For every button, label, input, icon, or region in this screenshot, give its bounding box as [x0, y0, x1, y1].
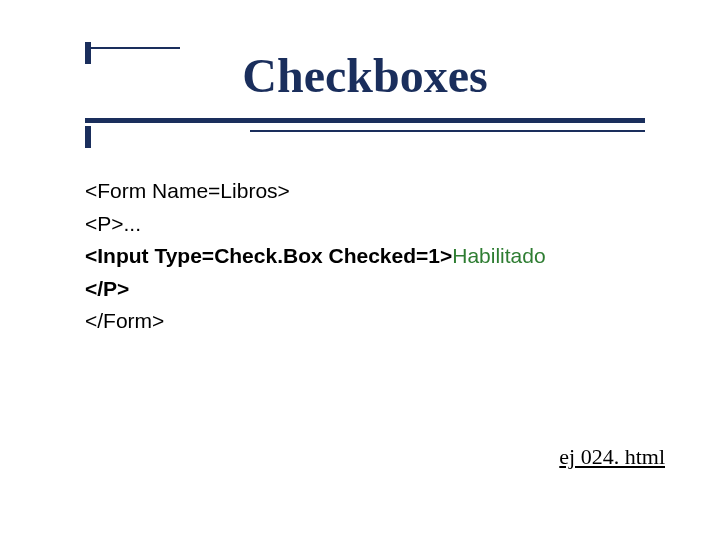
title-underline-thin [250, 130, 645, 132]
code-line-3-bold: <Input Type=Check.Box Checked=1> [85, 244, 452, 267]
slide-title: Checkboxes [85, 48, 645, 109]
footer-filename: ej 024. html [559, 444, 665, 470]
code-line-5: </Form> [85, 305, 645, 338]
code-line-4: </P> [85, 273, 645, 306]
title-underline-thick [85, 118, 645, 123]
code-line-2: <P>... [85, 208, 645, 241]
code-line-3-label: Habilitado [452, 244, 545, 267]
title-container: Checkboxes [85, 48, 645, 109]
code-line-1: <Form Name=Libros> [85, 175, 645, 208]
code-line-3: <Input Type=Check.Box Checked=1>Habilita… [85, 240, 645, 273]
decorative-tick-bottom [85, 126, 91, 148]
code-block: <Form Name=Libros> <P>... <Input Type=Ch… [85, 175, 645, 338]
